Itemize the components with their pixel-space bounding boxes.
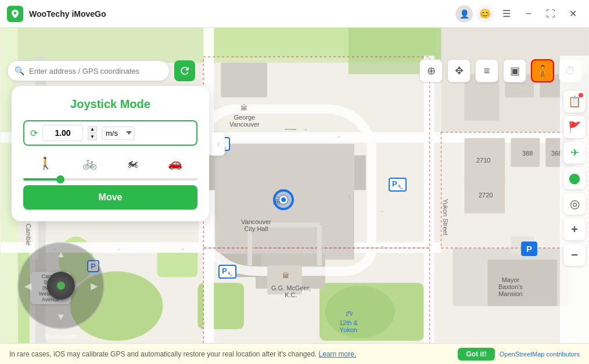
transport-mode-row: 🚶 🚲 🏍 🚗 bbox=[23, 153, 197, 174]
location-ring bbox=[273, 189, 294, 210]
move-button[interactable]: Move bbox=[23, 185, 197, 210]
svg-text:←: ← bbox=[380, 209, 385, 214]
send-tool-button[interactable]: ✈ bbox=[563, 142, 586, 164]
svg-text:→: → bbox=[180, 247, 185, 252]
location-center bbox=[279, 196, 288, 204]
titlebar-actions: 👤 😊 ☰ − ⛶ ✕ bbox=[455, 5, 582, 23]
speed-stepper: ▲ ▼ bbox=[88, 126, 97, 140]
feedback-button[interactable]: 😊 bbox=[476, 5, 494, 23]
svg-rect-16 bbox=[424, 56, 434, 364]
person-tool-button[interactable]: 🧍 bbox=[531, 59, 554, 82]
svg-text:🏛: 🏛 bbox=[240, 104, 247, 112]
svg-rect-31 bbox=[511, 138, 540, 167]
user-avatar[interactable]: 👤 bbox=[455, 5, 473, 23]
svg-text:→: → bbox=[302, 126, 308, 132]
svg-text:←: ← bbox=[337, 134, 342, 139]
svg-text:🏛: 🏛 bbox=[282, 272, 289, 280]
map-area: → → ← ↑ ← → → → → → ↓ 🏛 🏛 🏛 🚌 🔍 ⊕ ✥ bbox=[0, 28, 589, 364]
crosshair-tool-button[interactable]: ⊕ bbox=[419, 59, 443, 82]
svg-text:→: → bbox=[380, 244, 385, 249]
svg-point-5 bbox=[325, 286, 395, 338]
speed-slider-row bbox=[23, 178, 197, 185]
current-location-marker bbox=[273, 189, 294, 210]
motorcycle-mode-icon[interactable]: 🏍 bbox=[127, 157, 138, 170]
joystick-panel-title: Joystick Mode bbox=[23, 98, 197, 111]
svg-rect-30 bbox=[464, 138, 505, 185]
unit-select[interactable]: m/s km/h mph bbox=[102, 127, 135, 140]
maximize-button[interactable]: ⛶ bbox=[541, 5, 560, 23]
panel-collapse-button[interactable]: ‹ bbox=[212, 132, 225, 156]
got-it-button[interactable]: Got it! bbox=[458, 348, 494, 361]
search-box[interactable]: 🔍 bbox=[7, 60, 170, 81]
move-tool-button[interactable]: ✥ bbox=[447, 59, 471, 82]
zoom-in-button[interactable]: + bbox=[563, 218, 586, 240]
svg-text:↓: ↓ bbox=[203, 319, 206, 325]
svg-text:→: → bbox=[117, 247, 121, 252]
zoom-out-button[interactable]: − bbox=[563, 244, 586, 266]
app-icon bbox=[7, 6, 23, 22]
history-tool-button[interactable]: 📋 bbox=[563, 91, 586, 113]
walk-mode-icon[interactable]: 🚶 bbox=[38, 156, 53, 170]
menu-button[interactable]: ☰ bbox=[497, 5, 516, 23]
joystick-center-button[interactable] bbox=[47, 272, 75, 300]
close-button[interactable]: ✕ bbox=[563, 5, 582, 23]
bike-mode-icon[interactable]: 🚲 bbox=[82, 156, 97, 170]
joystick-right-arrow: ▶ bbox=[91, 280, 98, 291]
app-title: WooTechy iMoveGo bbox=[29, 9, 455, 19]
yukon-street-label: Yukon Street bbox=[442, 199, 449, 236]
compass-tool-button[interactable]: ◎ bbox=[563, 193, 586, 215]
osm-link[interactable]: OpenStreetMap contributors bbox=[500, 351, 580, 358]
notification-text: In rare cases, iOS may calibrate GPS and… bbox=[9, 350, 453, 358]
speed-decrement-button[interactable]: ▼ bbox=[88, 134, 97, 140]
speed-row: ⟳ ▲ ▼ m/s km/h mph bbox=[23, 120, 197, 146]
svg-rect-36 bbox=[511, 236, 534, 254]
flag-tool-button[interactable]: 🚩 bbox=[563, 116, 586, 138]
right-sidebar: 📋 🚩 ✈ ⬤ ◎ + − bbox=[560, 56, 589, 364]
joystick-location-label: Vancouver bbox=[45, 333, 77, 340]
titlebar: WooTechy iMoveGo 👤 😊 ☰ − ⛶ ✕ bbox=[0, 0, 589, 28]
search-input[interactable] bbox=[29, 67, 162, 75]
joystick-panel: Joystick Mode ⟳ ▲ ▼ m/s km/h mph 🚶 🚲 🏍 🚗… bbox=[12, 86, 209, 221]
speed-icon: ⟳ bbox=[30, 128, 38, 139]
joystick-control[interactable]: ▲ ▼ ◀ ▶ Vancouver bbox=[17, 242, 105, 329]
top-toolbar: 🔍 ⊕ ✥ ≡ ▣ 🧍 ⏱ bbox=[0, 56, 589, 86]
screenshot-tool-button[interactable]: ▣ bbox=[503, 59, 526, 82]
osm-credit: OpenStreetMap contributors bbox=[500, 351, 580, 358]
joystick-down-arrow: ▼ bbox=[56, 312, 66, 322]
search-icon: 🔍 bbox=[15, 66, 24, 75]
minimize-button[interactable]: − bbox=[519, 5, 538, 23]
svg-rect-35 bbox=[487, 260, 557, 306]
svg-rect-21 bbox=[354, 156, 366, 190]
joystick-left-arrow: ◀ bbox=[24, 280, 31, 291]
svg-text:↑: ↑ bbox=[349, 194, 351, 200]
joystick-up-arrow: ▲ bbox=[56, 249, 66, 260]
notification-main-text: In rare cases, iOS may calibrate GPS and… bbox=[9, 350, 317, 358]
toggle-tool-button[interactable]: ⬤ bbox=[563, 167, 586, 189]
svg-text:🚌: 🚌 bbox=[346, 309, 353, 316]
learn-more-link[interactable]: Learn more. bbox=[319, 350, 357, 358]
list-tool-button[interactable]: ≡ bbox=[475, 59, 498, 82]
speed-slider[interactable] bbox=[23, 178, 197, 181]
svg-rect-33 bbox=[464, 179, 505, 214]
bottom-notification: In rare cases, iOS may calibrate GPS and… bbox=[0, 343, 589, 364]
car-mode-icon[interactable]: 🚗 bbox=[168, 156, 182, 170]
refresh-button[interactable] bbox=[174, 60, 195, 81]
speed-input[interactable] bbox=[42, 125, 83, 141]
svg-text:→: → bbox=[290, 126, 296, 132]
joystick-background: ▲ ▼ ◀ ▶ bbox=[17, 242, 105, 329]
speed-increment-button[interactable]: ▲ bbox=[88, 126, 97, 133]
